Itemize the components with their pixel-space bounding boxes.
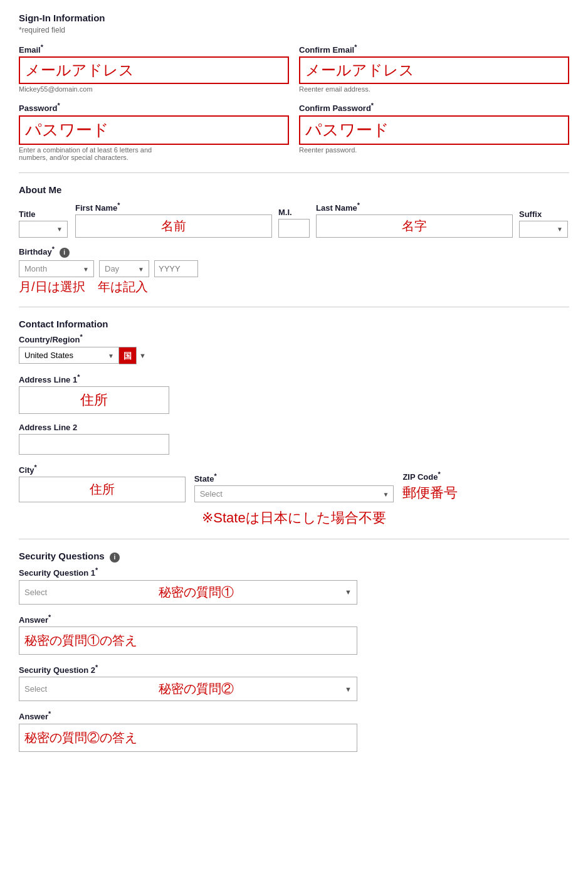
mi-label: M.I.: [278, 208, 310, 217]
state-select[interactable]: Select Alabama California: [194, 485, 394, 502]
security-title: Security Questions i: [19, 551, 569, 563]
name-row: Title First Name* M.I.: [19, 201, 569, 238]
required-note: *required field: [19, 26, 569, 34]
sq1-placeholder: Select: [24, 588, 47, 597]
answer1-label: Answer*: [19, 613, 569, 625]
confirm-email-input[interactable]: [299, 56, 569, 84]
sq2-dropdown-arrow: ▼: [345, 685, 352, 693]
month-select[interactable]: Month January February March April May J…: [19, 260, 94, 277]
answer2-label: Answer*: [19, 710, 569, 721]
password-input[interactable]: [19, 115, 289, 145]
answer2-input[interactable]: [19, 724, 357, 752]
title-field-group: Title: [19, 209, 69, 238]
address2-input[interactable]: [19, 434, 169, 455]
sq1-field-group: Security Question 1* Select 秘密の質問① ▼: [19, 566, 569, 604]
country-dropdown-arrow[interactable]: ▼: [139, 352, 146, 359]
lastname-input[interactable]: [316, 214, 513, 238]
sq2-field-group: Security Question 2* Select 秘密の質問② ▼: [19, 664, 569, 701]
address1-field-group: Address Line 1*: [19, 373, 569, 414]
country-select[interactable]: United States Japan: [19, 347, 119, 364]
firstname-input[interactable]: [75, 214, 272, 238]
sq1-dropdown-arrow: ▼: [345, 588, 352, 596]
sq2-select[interactable]: Select 秘密の質問② ▼: [19, 677, 357, 701]
city-state-zip-row: City* State* Select Alabama California Z…: [19, 463, 569, 502]
state-label: State*: [194, 472, 394, 484]
birthday-annotation: 月/日は選択 年は記入: [19, 278, 569, 295]
answer2-field-group: Answer*: [19, 710, 569, 751]
password-label: Password*: [19, 102, 289, 113]
email-field-group: Email* Mickey55@domain.com: [19, 43, 289, 93]
password-hint: Enter a combination of at least 6 letter…: [19, 146, 157, 161]
contact-title: Contact Information: [19, 319, 569, 329]
zip-field-group: ZIP Code* 郵便番号: [402, 470, 569, 502]
email-input[interactable]: [19, 56, 289, 84]
suffix-field-group: Suffix: [519, 209, 569, 238]
sq1-label: Security Question 1*: [19, 566, 569, 578]
sq1-annotation: 秘密の質問①: [159, 584, 234, 601]
day-select[interactable]: Day: [99, 260, 149, 277]
city-input[interactable]: [19, 477, 186, 502]
about-me-title: About Me: [19, 184, 569, 195]
birthday-info-icon[interactable]: i: [60, 248, 70, 258]
mi-input[interactable]: [278, 219, 310, 238]
state-note: ※Stateは日本にした場合不要: [19, 509, 569, 527]
divider-1: [19, 172, 569, 173]
address1-label: Address Line 1*: [19, 373, 569, 384]
confirm-password-input[interactable]: [299, 115, 569, 145]
security-section: Security Questions i Security Question 1…: [19, 551, 569, 751]
confirm-password-hint: Reenter password.: [299, 146, 569, 154]
confirm-email-hint: Reenter email address.: [299, 85, 569, 93]
address2-label: Address Line 2: [19, 423, 569, 432]
country-label: Country/Region*: [19, 333, 569, 344]
mi-field-group: M.I.: [278, 208, 310, 238]
birthday-label: Birthday* i: [19, 245, 569, 258]
zip-annotation: 郵便番号: [402, 485, 458, 500]
state-field-group: State* Select Alabama California: [194, 472, 394, 502]
answer1-input[interactable]: [19, 627, 357, 655]
password-field-group: Password* Enter a combination of at leas…: [19, 102, 289, 161]
city-label: City*: [19, 463, 186, 475]
signin-section: Sign-In Information *required field Emai…: [19, 13, 569, 161]
address2-field-group: Address Line 2: [19, 423, 569, 455]
sq2-annotation: 秘密の質問②: [159, 680, 234, 697]
lastname-label: Last Name*: [316, 201, 513, 213]
firstname-field-group: First Name*: [75, 201, 272, 238]
email-label: Email*: [19, 43, 289, 55]
suffix-select[interactable]: [519, 221, 568, 238]
year-input[interactable]: [154, 260, 198, 277]
firstname-label: First Name*: [75, 201, 272, 213]
about-me-section: About Me Title First Name*: [19, 184, 569, 296]
title-label: Title: [19, 209, 69, 219]
security-info-icon[interactable]: i: [110, 553, 120, 563]
zip-label: ZIP Code*: [402, 470, 569, 482]
address1-input[interactable]: [19, 386, 169, 414]
contact-section: Contact Information Country/Region* Unit…: [19, 319, 569, 527]
divider-2: [19, 307, 569, 307]
confirm-email-field-group: Confirm Email* Reenter email address.: [299, 43, 569, 93]
confirm-email-label: Confirm Email*: [299, 43, 569, 55]
confirm-password-label: Confirm Password*: [299, 102, 569, 113]
confirm-password-field-group: Confirm Password* Reenter password.: [299, 102, 569, 161]
city-field-group: City*: [19, 463, 186, 502]
lastname-field-group: Last Name*: [316, 201, 513, 238]
sq1-select[interactable]: Select 秘密の質問① ▼: [19, 580, 357, 605]
title-select[interactable]: [19, 221, 68, 238]
country-field-group: Country/Region* United States Japan 国 ▼: [19, 333, 569, 364]
answer1-field-group: Answer*: [19, 613, 569, 655]
suffix-label: Suffix: [519, 209, 569, 219]
birthday-field-group: Birthday* i Month January February March…: [19, 245, 569, 295]
divider-3: [19, 539, 569, 539]
country-flag-icon: 国: [119, 347, 137, 364]
signin-title: Sign-In Information: [19, 13, 569, 23]
sq2-placeholder: Select: [24, 684, 47, 694]
email-hint: Mickey55@domain.com: [19, 85, 289, 93]
sq2-label: Security Question 2*: [19, 664, 569, 675]
